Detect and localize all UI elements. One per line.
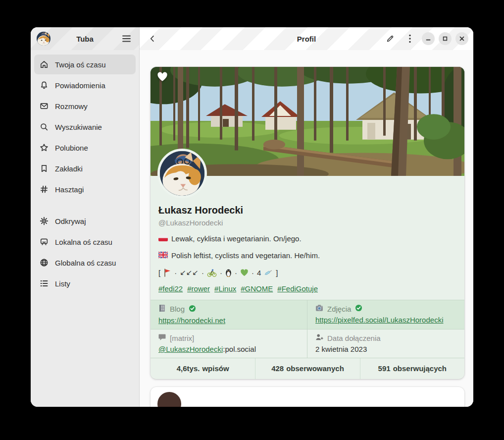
poland-flag-icon (158, 233, 168, 244)
sidebar-header: Tuba (31, 27, 139, 50)
profile-handle: @LukaszHorodecki (158, 219, 456, 227)
speech-bubble-icon (158, 333, 166, 342)
stat-value: 591 (378, 364, 391, 373)
field-photos: Zdjęcia https://pixelfed.social/LukaszHo… (307, 300, 464, 330)
sidebar-item-label: Lokalna oś czasu (55, 238, 112, 246)
app-window: Tuba Twoja oś czasu Powiadomienia Rozmow… (31, 27, 473, 407)
star-icon (40, 143, 49, 152)
sidebar-divider (31, 200, 139, 210)
hashtag-link[interactable]: #GNOME (241, 284, 273, 293)
sidebar-item-favourites[interactable]: Polubione (34, 138, 136, 158)
bracket-close: ] (276, 269, 278, 277)
hashtag-link[interactable]: #Linux (214, 284, 236, 293)
profile-card: Łukasz Horodecki @LukaszHorodecki Lewak,… (151, 67, 464, 379)
stat-value: 4,6tys. (177, 364, 200, 373)
dot-separator: · (202, 269, 204, 277)
sidebar-nav: Twoja oś czasu Powiadomienia Rozmowy Wys… (31, 50, 139, 294)
field-link[interactable]: https://horodecki.net (158, 316, 225, 325)
home-icon (40, 60, 49, 69)
sidebar-item-bookmarks[interactable]: Zakładki (34, 159, 136, 178)
camera-icon (315, 304, 323, 313)
verified-check-icon (355, 304, 362, 313)
profile-avatar[interactable] (157, 149, 207, 198)
field-link[interactable]: @LukaszHorodecki (158, 345, 223, 353)
field-label-text: Zdjęcia (327, 305, 351, 313)
joined-date: 2 kwietnia 2023 (315, 345, 367, 353)
bookmark-icon (40, 164, 49, 173)
list-icon (40, 279, 49, 288)
arrows-text: ↙↙↙ (180, 268, 199, 277)
bio-text: Polish leftist, cyclists and vegetarian.… (171, 250, 320, 261)
account-avatar[interactable] (37, 32, 50, 46)
dot-separator: · (174, 269, 177, 277)
bracket-open: [ (158, 269, 160, 277)
edit-profile-button[interactable] (382, 31, 398, 47)
verified-check-icon (189, 305, 196, 314)
sidebar-item-search[interactable]: Wyszukiwanie (34, 117, 136, 137)
maximize-button[interactable] (439, 32, 452, 45)
stat-followers[interactable]: 591obserwujących (360, 358, 464, 379)
sidebar-item-explore[interactable]: Odkrywaj (34, 211, 136, 231)
sidebar-item-home-timeline[interactable]: Twoja oś czasu (34, 55, 136, 74)
hashtag-link[interactable]: #fedi22 (158, 284, 183, 293)
uk-flag-icon (158, 250, 168, 261)
stat-posts[interactable]: 4,6tys.wpisów (151, 358, 255, 379)
syringe-emoji (264, 269, 273, 276)
dot-separator: · (252, 269, 254, 277)
profile-stats: 4,6tys.wpisów 428obserwowanych 591obserw… (151, 358, 464, 379)
field-label-text: [matrix] (170, 334, 194, 342)
field-value-suffix: :pol.social (223, 345, 256, 353)
sidebar: Tuba Twoja oś czasu Powiadomienia Rozmow… (31, 27, 140, 407)
profile-fields: Blog https://horodecki.net Zdjęcia https… (151, 300, 464, 358)
sidebar-item-label: Hasztagi (55, 185, 84, 194)
sidebar-item-hashtags[interactable]: Hasztagi (34, 179, 136, 199)
globe-icon (40, 258, 49, 267)
sidebar-item-notifications[interactable]: Powiadomienia (34, 75, 136, 95)
green-heart-emoji (240, 269, 249, 276)
field-label-text: Blog (170, 305, 185, 313)
menu-kebab-icon[interactable] (402, 31, 418, 47)
header-bar: Profil (140, 27, 473, 50)
hashtag-links: #fedi22 #rower #Linux #GNOME #FediGotuje (158, 284, 456, 300)
hash-icon (40, 185, 49, 194)
bio-line-en: Polish leftist, cyclists and vegetarian.… (158, 250, 456, 261)
sidebar-item-label: Rozmowy (55, 102, 88, 110)
profile-body: Łukasz Horodecki @LukaszHorodecki Lewak,… (151, 176, 464, 300)
next-post-card[interactable] (151, 387, 464, 407)
stat-label: obserwowanych (286, 364, 344, 373)
penguin-emoji (225, 269, 232, 277)
field-label-text: Data dołączenia (327, 334, 381, 342)
dot-separator: · (220, 269, 222, 277)
bio-text: Lewak, cyklista i wegetarianin. On/jego. (171, 233, 302, 244)
notebook-icon (158, 304, 166, 314)
sidebar-item-conversations[interactable]: Rozmowy (34, 96, 136, 116)
cyclist-emoji (207, 269, 217, 277)
stat-label: wpisów (202, 364, 229, 373)
sidebar-item-local-timeline[interactable]: Lokalna oś czasu (34, 232, 136, 252)
sidebar-item-label: Odkrywaj (55, 217, 86, 225)
minimize-button[interactable] (422, 32, 435, 45)
sidebar-item-label: Twoja oś czasu (55, 60, 106, 69)
vaccine-count: 4 (257, 269, 261, 277)
menu-hamburger-icon[interactable] (119, 32, 133, 46)
field-joined: Data dołączenia 2 kwietnia 2023 (307, 330, 464, 358)
person-add-icon (315, 333, 323, 342)
dot-separator: · (235, 269, 237, 277)
hashtag-link[interactable]: #FediGotuje (277, 284, 318, 293)
sidebar-item-label: Zakładki (55, 165, 83, 173)
post-avatar[interactable] (157, 392, 181, 407)
sidebar-item-global-timeline[interactable]: Globalna oś czasu (34, 253, 136, 273)
profile-scroll-area: Łukasz Horodecki @LukaszHorodecki Lewak,… (140, 50, 473, 407)
local-timeline-icon (40, 237, 49, 246)
close-button[interactable] (455, 32, 468, 45)
back-button[interactable] (145, 31, 160, 47)
stat-label: obserwujących (393, 364, 447, 373)
stat-value: 428 (271, 364, 284, 373)
hashtag-link[interactable]: #rower (187, 284, 210, 293)
stat-following[interactable]: 428obserwowanych (255, 358, 359, 379)
bio-line-pl: Lewak, cyklista i wegetarianin. On/jego. (158, 233, 456, 244)
sidebar-item-label: Listy (55, 279, 70, 288)
sidebar-item-lists[interactable]: Listy (34, 274, 136, 293)
heart-icon (157, 72, 168, 84)
field-link[interactable]: https://pixelfed.social/LukaszHorodecki (315, 316, 443, 324)
